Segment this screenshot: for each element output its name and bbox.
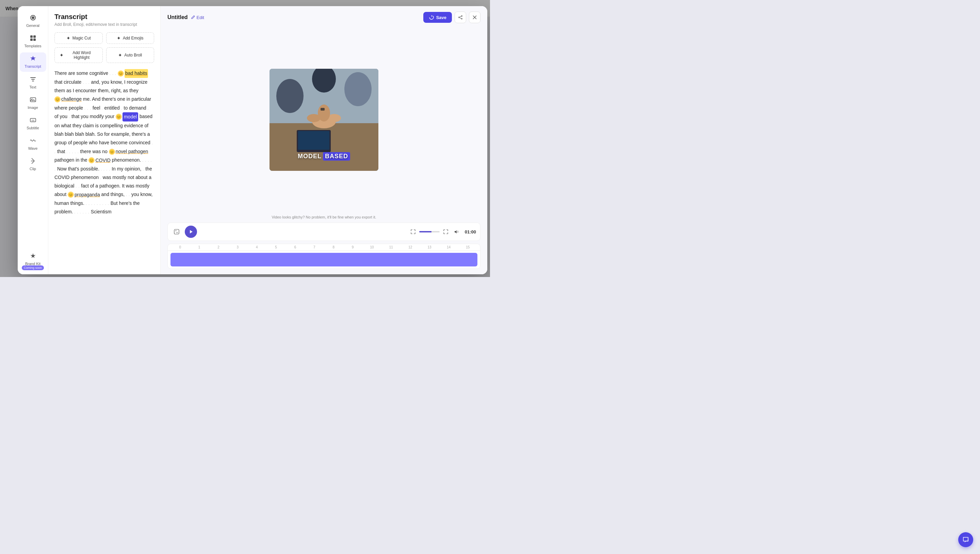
timeline-track[interactable] <box>170 253 477 266</box>
wave-icon <box>30 137 37 145</box>
action-row-2: ✦ Add Word Highlight ✦ Auto Broll <box>54 47 154 63</box>
video-title: Untitled <box>167 14 188 21</box>
auto-broll-button[interactable]: ✦ Auto Broll <box>106 47 154 63</box>
magic-cut-icon: ✦ <box>66 35 70 41</box>
sidebar-transcript-label: Transcript <box>24 64 41 69</box>
svg-point-12 <box>461 16 463 17</box>
text-novel-pathogen: 😊 novel pathogen <box>109 147 148 156</box>
video-preview-container: MODEL BASED <box>167 27 480 212</box>
sidebar-templates-label: Templates <box>24 44 41 48</box>
action-buttons: ✦ Magic Cut ✦ Add Emojis ✦ Add Word High… <box>54 32 154 63</box>
ruler-12: 12 <box>401 245 420 249</box>
action-row-1: ✦ Magic Cut ✦ Add Emojis <box>54 32 154 44</box>
svg-point-23 <box>276 79 304 113</box>
time-display: 01:00 <box>465 229 476 234</box>
svg-rect-1 <box>33 35 36 38</box>
add-word-highlight-button[interactable]: ✦ Add Word Highlight <box>54 47 103 63</box>
clip-icon <box>30 158 37 166</box>
play-button[interactable] <box>185 226 197 238</box>
sidebar-item-templates[interactable]: Templates <box>20 32 46 51</box>
text-model: 😊 model <box>116 112 138 121</box>
svg-point-13 <box>459 17 460 18</box>
volume-area <box>408 227 461 237</box>
svg-rect-2 <box>30 38 33 41</box>
volume-button[interactable] <box>452 227 461 237</box>
svg-rect-3 <box>33 38 36 41</box>
sidebar-text-label: Text <box>29 85 36 89</box>
ruler-9: 9 <box>343 245 362 249</box>
svg-rect-26 <box>321 108 325 111</box>
word-highlight-label: Add Word Highlight <box>66 50 98 60</box>
video-title-area: Untitled Edit <box>167 14 204 21</box>
sidebar-item-text[interactable]: Text <box>20 73 46 92</box>
ruler-6: 6 <box>285 245 305 249</box>
fullscreen-button[interactable] <box>441 227 450 237</box>
share-button[interactable] <box>455 11 466 23</box>
svg-rect-18 <box>298 131 329 150</box>
word-highlight-icon: ✦ <box>60 53 64 58</box>
svg-rect-0 <box>30 35 33 38</box>
ruler-3: 3 <box>228 245 247 249</box>
ruler-11: 11 <box>382 245 401 249</box>
sidebar-subtitle-label: Subtitle <box>27 126 39 131</box>
video-actions: Save <box>423 11 480 23</box>
text-segment-2: that circulate . . . and, you know, I re… <box>54 79 147 93</box>
text-icon <box>30 76 37 84</box>
emoji-6: 😊 <box>68 192 74 198</box>
ruler-15: 15 <box>458 245 477 249</box>
ruler-7: 7 <box>305 245 324 249</box>
image-icon <box>30 96 37 104</box>
magic-cut-button[interactable]: ✦ Magic Cut <box>54 32 103 44</box>
text-segment-1: There are some cognitive . . . <box>54 70 118 76</box>
save-button[interactable]: Save <box>423 12 452 23</box>
sidebar-item-image[interactable]: Image <box>20 94 46 113</box>
word-covid: COVID <box>95 156 110 165</box>
timeline-container: 0 1 2 3 4 5 6 7 8 9 10 11 12 13 14 15 <box>167 244 480 269</box>
svg-point-24 <box>344 72 372 106</box>
text-challenge: 😊 challenge <box>54 95 82 103</box>
svg-rect-4 <box>30 77 36 78</box>
text-bad-habits: 😊 bad habits <box>118 69 148 78</box>
templates-icon <box>30 35 37 43</box>
close-button[interactable] <box>469 11 480 23</box>
ruler-5: 5 <box>266 245 285 249</box>
video-panel: Untitled Edit Save <box>161 6 487 274</box>
video-preview: MODEL BASED <box>269 69 379 171</box>
emoji-5: 😊 <box>89 157 95 163</box>
transcript-subtitle: Add Broll, Emoji, edit/remove text in tr… <box>54 22 154 27</box>
volume-slider[interactable] <box>419 231 440 232</box>
caption-word-model: MODEL <box>298 153 321 160</box>
svg-point-22 <box>318 105 330 121</box>
ruler-13: 13 <box>420 245 439 249</box>
sidebar-item-clip[interactable]: Clip <box>20 155 46 174</box>
sidebar-wave-label: Wave <box>28 146 38 151</box>
transcript-title: Transcript <box>54 13 154 21</box>
ruler-0: 0 <box>170 245 189 249</box>
ruler-2: 2 <box>209 245 228 249</box>
sidebar-item-general[interactable]: General <box>20 11 46 30</box>
shortcut-button[interactable] <box>172 227 181 237</box>
svg-rect-6 <box>32 81 34 81</box>
svg-rect-27 <box>174 229 179 234</box>
ruler-8: 8 <box>324 245 343 249</box>
svg-rect-11 <box>31 160 34 162</box>
auto-broll-label: Auto Broll <box>124 53 142 57</box>
sidebar-item-transcript[interactable]: Transcript <box>20 53 46 72</box>
ruler-14: 14 <box>439 245 458 249</box>
sidebar-general-label: General <box>26 24 40 28</box>
caption-word-based: BASED <box>323 152 350 161</box>
emoji-2: 😊 <box>54 96 60 102</box>
sidebar-item-subtitle[interactable]: CC Subtitle <box>20 114 46 133</box>
sidebar-item-brandkit[interactable]: Brand Kit Coming soon <box>20 250 46 269</box>
transcript-text-body: There are some cognitive . . . 😊 bad hab… <box>54 69 154 216</box>
sidebar-image-label: Image <box>27 105 38 110</box>
edit-title-button[interactable]: Edit <box>191 15 204 20</box>
ruler-1: 1 <box>189 245 208 249</box>
magic-cut-label: Magic Cut <box>73 36 91 40</box>
word-challenge: challenge <box>61 95 82 103</box>
add-emojis-button[interactable]: ✦ Add Emojis <box>106 32 154 44</box>
svg-rect-5 <box>31 79 35 80</box>
sidebar-item-wave[interactable]: Wave <box>20 134 46 153</box>
sidebar-clip-label: Clip <box>30 167 36 171</box>
fit-button[interactable] <box>408 227 418 237</box>
